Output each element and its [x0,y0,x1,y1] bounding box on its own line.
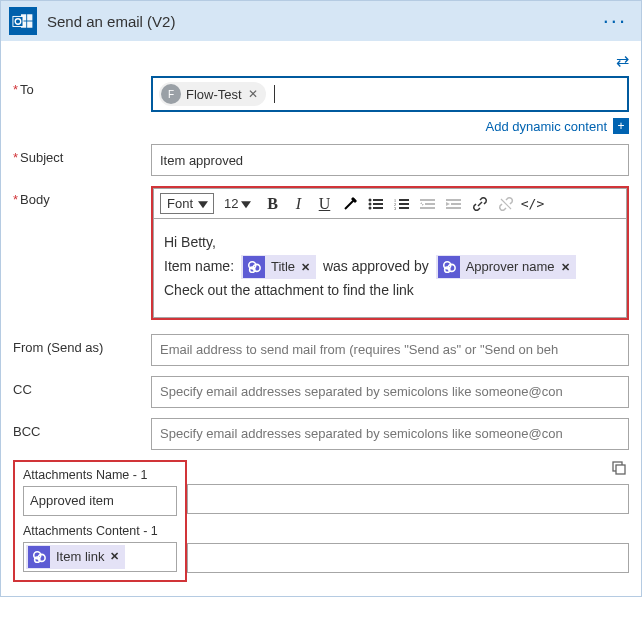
token-label: Title [271,256,295,278]
switch-mode-icon[interactable] [611,460,629,478]
svg-rect-13 [399,199,409,201]
field-to: To F Flow-Test ✕ [13,76,629,112]
svg-rect-22 [446,199,461,201]
svg-rect-21 [420,207,435,209]
email-action-card: Send an email (V2) ··· ⇄ To F Flow-Test … [0,0,642,597]
chip-avatar: F [161,84,181,104]
svg-point-10 [369,206,372,209]
svg-rect-25 [446,207,461,209]
svg-rect-9 [373,203,383,205]
attachment-name-value: Approved item [30,493,114,508]
svg-point-6 [369,198,372,201]
size-select[interactable]: 12 [220,194,256,213]
svg-marker-23 [446,202,450,206]
add-dynamic-content-link[interactable]: Add dynamic content + [486,118,629,134]
recipient-chip[interactable]: F Flow-Test ✕ [159,82,266,106]
token-label: Approver name [466,256,555,278]
cc-label: CC [13,376,151,397]
body-line3: Check out the attachment to find the lin… [164,279,616,303]
field-bcc: BCC Specify email addresses separated by… [13,418,629,450]
to-input[interactable]: F Flow-Test ✕ [151,76,629,112]
svg-rect-11 [373,207,383,209]
to-label: To [13,76,151,97]
italic-button[interactable]: I [288,194,308,214]
sharepoint-token-icon [28,546,50,568]
bcc-placeholder: Specify email addresses separated by sem… [160,426,563,441]
svg-point-35 [35,557,40,562]
link-button[interactable] [470,194,490,214]
from-placeholder: Email address to send mail from (require… [160,342,558,357]
svg-rect-7 [373,199,383,201]
svg-rect-20 [425,203,435,205]
attachment-name-input[interactable]: Approved item [23,486,177,516]
bold-button[interactable]: B [262,194,282,214]
svg-rect-37 [616,465,625,474]
token-item-link[interactable]: Item link ✕ [26,545,125,569]
token-remove-icon[interactable]: ✕ [561,258,570,277]
svg-rect-18 [420,199,435,201]
subject-value: Item approved [160,153,243,168]
svg-rect-17 [399,207,409,209]
field-body: Body Font 12 B I U [13,186,629,320]
unlink-button[interactable] [496,194,516,214]
subject-input[interactable]: Item approved [151,144,629,176]
chip-name: Flow-Test [186,87,242,102]
token-title[interactable]: Title ✕ [241,255,316,279]
field-subject: Subject Item approved [13,144,629,176]
cc-placeholder: Specify email addresses separated by sem… [160,384,563,399]
number-list-button[interactable]: 123 [392,194,412,214]
token-approver-name[interactable]: Approver name ✕ [436,255,576,279]
svg-line-26 [501,199,511,209]
token-remove-icon[interactable]: ✕ [110,550,119,563]
body-editor[interactable]: Hi Betty, Item name: Title ✕ was approve… [153,218,627,318]
attachment-content-input-right[interactable] [187,543,629,573]
card-header: Send an email (V2) ··· [1,1,641,41]
body-line1: Hi Betty, [164,231,616,255]
attachment-content-label: Attachments Content - 1 [23,524,177,538]
attachment-name-label: Attachments Name - 1 [23,468,177,482]
body-line2: Item name: Title ✕ was approved by Appro… [164,255,616,279]
svg-rect-15 [399,203,409,205]
sharepoint-token-icon [438,256,460,278]
svg-text:3: 3 [394,206,396,210]
add-dynamic-content-label: Add dynamic content [486,119,607,134]
svg-point-8 [369,202,372,205]
svg-rect-4 [13,16,23,26]
attachments-section: Attachments Name - 1 Approved item Attac… [13,460,629,582]
indent-button[interactable] [444,194,464,214]
font-select[interactable]: Font [160,193,214,214]
text-caret [274,85,275,103]
field-from: From (Send as) Email address to send mai… [13,334,629,366]
attachment-name-input-right[interactable] [187,484,629,514]
color-button[interactable] [340,194,360,214]
subject-label: Subject [13,144,151,165]
outdent-button[interactable] [418,194,438,214]
plus-icon: + [613,118,629,134]
outlook-icon [9,7,37,35]
body-label: Body [13,186,151,207]
token-remove-icon[interactable]: ✕ [301,258,310,277]
svg-rect-24 [451,203,461,205]
underline-button[interactable]: U [314,194,334,214]
rte-toolbar: Font 12 B I U 123 [153,188,627,218]
bcc-input[interactable]: Specify email addresses separated by sem… [151,418,629,450]
swap-icon[interactable]: ⇄ [616,51,629,70]
field-cc: CC Specify email addresses separated by … [13,376,629,408]
token-label: Item link [56,549,104,564]
bcc-label: BCC [13,418,151,439]
card-menu-dots-icon[interactable]: ··· [597,8,633,34]
attachments-highlight-box: Attachments Name - 1 Approved item Attac… [13,460,187,582]
sharepoint-token-icon [243,256,265,278]
from-input[interactable]: Email address to send mail from (require… [151,334,629,366]
code-view-button[interactable]: </> [522,194,542,214]
svg-marker-19 [420,202,424,206]
card-title: Send an email (V2) [47,13,597,30]
chip-remove-icon[interactable]: ✕ [248,87,258,101]
from-label: From (Send as) [13,334,151,355]
cc-input[interactable]: Specify email addresses separated by sem… [151,376,629,408]
attachment-content-input[interactable]: Item link ✕ [23,542,177,572]
bullet-list-button[interactable] [366,194,386,214]
card-body: ⇄ To F Flow-Test ✕ Add dynamic content + [1,41,641,596]
